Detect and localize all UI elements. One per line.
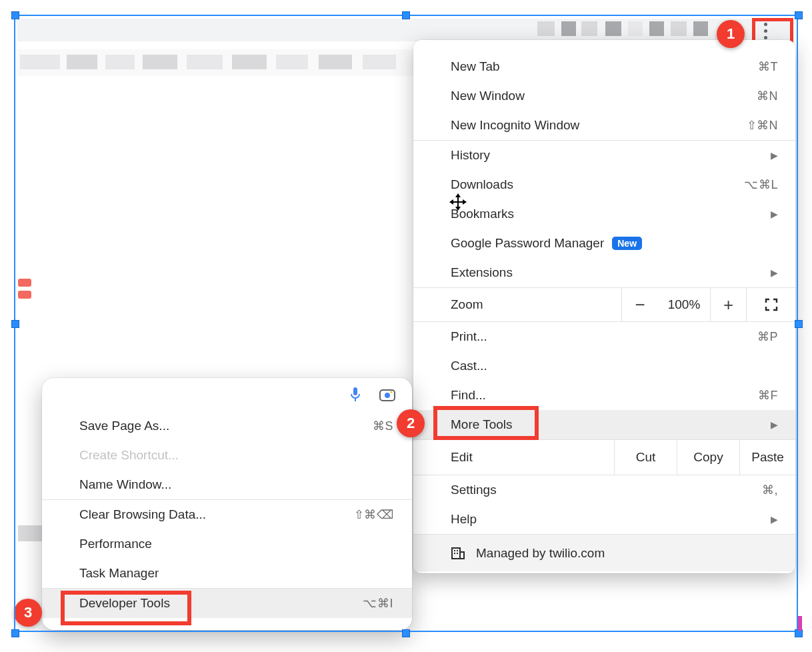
submenu-save-page-as[interactable]: Save Page As... ⌘S [42, 411, 412, 441]
label: Save Page As... [79, 419, 373, 433]
redacted [187, 55, 223, 69]
svg-rect-0 [452, 548, 460, 559]
zoom-in-button[interactable]: + [710, 288, 746, 321]
shortcut: ⇧⌘N [747, 118, 779, 133]
minus-icon: − [635, 295, 645, 315]
menu-item-cast[interactable]: Cast... [413, 351, 795, 381]
redacted [581, 21, 597, 36]
shortcut: ⌘S [373, 419, 393, 433]
label: Downloads [451, 177, 744, 192]
menu-item-zoom: Zoom − 100% + [413, 288, 795, 321]
submenu-name-window[interactable]: Name Window... [42, 470, 412, 499]
menu-item-bookmarks[interactable]: Bookmarks ▶ [413, 199, 795, 229]
redacted [18, 279, 31, 287]
chrome-main-menu[interactable]: New Tab ⌘T New Window ⌘N New Incognito W… [413, 40, 795, 573]
edit-cut-button[interactable]: Cut [614, 440, 677, 475]
label: Cast... [451, 359, 778, 373]
menu-item-settings[interactable]: Settings ⌘, [413, 475, 795, 505]
kebab-dot [764, 36, 767, 39]
selection-handle[interactable] [795, 11, 803, 19]
submenu-performance[interactable]: Performance [42, 529, 412, 559]
shortcut: ⌘T [758, 59, 778, 74]
submenu-create-shortcut: Create Shortcut... [42, 441, 412, 470]
annotation-box-more-tools [433, 406, 539, 440]
submenu-arrow-icon: ▶ [771, 419, 778, 430]
step-number: 2 [407, 415, 415, 432]
label: Extensions [451, 265, 771, 280]
redacted [232, 55, 267, 69]
label: Find... [451, 388, 758, 403]
lens-icon [379, 386, 396, 403]
menu-item-incognito[interactable]: New Incognito Window ⇧⌘N [413, 111, 795, 140]
redacted [671, 21, 687, 36]
label: Create Shortcut... [79, 448, 393, 463]
redacted [276, 55, 308, 69]
shortcut: ⌥⌘L [744, 177, 778, 192]
enterprise-icon [451, 546, 465, 561]
selection-handle[interactable] [795, 320, 803, 328]
menu-item-history[interactable]: History ▶ [413, 141, 795, 170]
svg-rect-6 [353, 387, 357, 395]
shortcut: ⌥⌘I [363, 596, 393, 611]
menu-item-print[interactable]: Print... ⌘P [413, 322, 795, 351]
label: Cut [636, 450, 656, 465]
submenu-arrow-icon: ▶ [771, 150, 778, 161]
label: History [451, 148, 771, 163]
new-badge: New [612, 237, 642, 250]
menu-item-new-tab[interactable]: New Tab ⌘T [413, 52, 795, 81]
selection-handle[interactable] [11, 11, 19, 19]
zoom-out-button[interactable]: − [622, 288, 658, 321]
edit-paste-button[interactable]: Paste [739, 440, 795, 475]
label: Help [451, 512, 771, 527]
redacted [693, 21, 708, 36]
menu-item-downloads[interactable]: Downloads ⌥⌘L [413, 170, 795, 199]
label: Settings [451, 483, 762, 497]
redacted [319, 55, 352, 69]
label: Name Window... [79, 477, 393, 492]
redacted [67, 55, 97, 69]
label: Managed by twilio.com [476, 546, 605, 561]
label: Copy [693, 450, 723, 465]
label: Performance [79, 537, 393, 551]
svg-rect-1 [460, 552, 464, 559]
more-menu-button[interactable] [764, 23, 767, 39]
menu-item-extensions[interactable]: Extensions ▶ [413, 258, 795, 287]
move-cursor-icon [449, 193, 467, 215]
redacted [537, 21, 555, 36]
step-badge-2: 2 [397, 409, 425, 437]
svg-point-9 [385, 393, 390, 398]
svg-rect-4 [454, 553, 455, 554]
label: New Incognito Window [451, 118, 747, 133]
selection-handle[interactable] [11, 629, 19, 637]
redacted [649, 21, 664, 36]
label: Print... [451, 329, 757, 344]
submenu-arrow-icon: ▶ [771, 209, 778, 219]
browser-content [17, 77, 413, 427]
menu-item-password-manager[interactable]: Google Password Manager New [413, 229, 795, 258]
submenu-clear-browsing-data[interactable]: Clear Browsing Data... ⇧⌘⌫ [42, 500, 412, 529]
redacted [363, 55, 396, 69]
menu-item-new-window[interactable]: New Window ⌘N [413, 81, 795, 111]
submenu-arrow-icon: ▶ [771, 267, 778, 278]
menu-item-managed[interactable]: Managed by twilio.com [413, 534, 795, 571]
selection-handle[interactable] [402, 11, 410, 19]
label: Clear Browsing Data... [79, 507, 354, 522]
shortcut: ⌘N [757, 89, 778, 103]
redacted [143, 55, 177, 69]
svg-rect-3 [457, 550, 458, 551]
step-badge-3: 3 [14, 599, 42, 627]
redacted [561, 21, 576, 36]
svg-rect-5 [457, 553, 458, 554]
selection-handle[interactable] [402, 629, 410, 637]
label: New Tab [451, 59, 758, 74]
redacted [18, 291, 31, 299]
fullscreen-icon [765, 298, 778, 311]
selection-handle[interactable] [11, 320, 19, 328]
redacted [628, 21, 643, 36]
svg-rect-2 [454, 550, 455, 551]
submenu-task-manager[interactable]: Task Manager [42, 559, 412, 588]
edit-copy-button[interactable]: Copy [677, 440, 739, 475]
redacted [20, 55, 60, 69]
fullscreen-button[interactable] [746, 288, 795, 321]
menu-item-help[interactable]: Help ▶ [413, 505, 795, 534]
